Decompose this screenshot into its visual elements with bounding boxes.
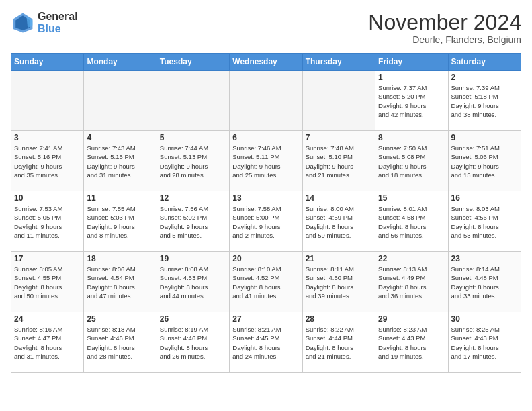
- table-row: [230, 71, 302, 131]
- day-info: Sunrise: 8:23 AM Sunset: 4:43 PM Dayligh…: [378, 325, 445, 361]
- calendar-week-row: 1Sunrise: 7:37 AM Sunset: 5:20 PM Daylig…: [11, 71, 521, 131]
- header-monday: Monday: [84, 54, 157, 71]
- logo-text: General Blue: [38, 11, 78, 34]
- day-number: 2: [451, 73, 518, 82]
- day-number: 25: [87, 314, 153, 324]
- table-row: 7Sunrise: 7:48 AM Sunset: 5:10 PM Daylig…: [302, 131, 375, 191]
- day-info: Sunrise: 7:53 AM Sunset: 5:05 PM Dayligh…: [14, 204, 81, 240]
- day-info: Sunrise: 7:51 AM Sunset: 5:06 PM Dayligh…: [451, 144, 518, 179]
- day-info: Sunrise: 8:11 AM Sunset: 4:50 PM Dayligh…: [306, 265, 372, 300]
- table-row: 29Sunrise: 8:23 AM Sunset: 4:43 PM Dayli…: [375, 312, 448, 373]
- table-row: [157, 71, 229, 131]
- day-info: Sunrise: 7:37 AM Sunset: 5:20 PM Dayligh…: [378, 83, 445, 119]
- day-info: Sunrise: 7:48 AM Sunset: 5:10 PM Dayligh…: [306, 144, 372, 179]
- day-number: 9: [451, 133, 518, 142]
- table-row: 17Sunrise: 8:05 AM Sunset: 4:55 PM Dayli…: [11, 252, 84, 312]
- table-row: 24Sunrise: 8:16 AM Sunset: 4:47 PM Dayli…: [11, 312, 84, 373]
- day-info: Sunrise: 8:21 AM Sunset: 4:45 PM Dayligh…: [232, 325, 299, 361]
- day-info: Sunrise: 7:58 AM Sunset: 5:00 PM Dayligh…: [232, 204, 299, 240]
- table-row: 18Sunrise: 8:06 AM Sunset: 4:54 PM Dayli…: [84, 252, 157, 312]
- day-number: 13: [232, 193, 299, 203]
- calendar-week-row: 17Sunrise: 8:05 AM Sunset: 4:55 PM Dayli…: [11, 252, 521, 312]
- calendar-week-row: 3Sunrise: 7:41 AM Sunset: 5:16 PM Daylig…: [11, 131, 521, 191]
- table-row: 19Sunrise: 8:08 AM Sunset: 4:53 PM Dayli…: [157, 252, 229, 312]
- day-number: 24: [14, 314, 81, 324]
- table-row: 1Sunrise: 7:37 AM Sunset: 5:20 PM Daylig…: [375, 71, 448, 131]
- day-number: 27: [232, 314, 299, 324]
- day-number: 3: [14, 133, 81, 142]
- day-info: Sunrise: 7:44 AM Sunset: 5:13 PM Dayligh…: [160, 144, 226, 179]
- table-row: 30Sunrise: 8:25 AM Sunset: 4:43 PM Dayli…: [448, 312, 521, 373]
- table-row: 12Sunrise: 7:56 AM Sunset: 5:02 PM Dayli…: [157, 191, 229, 252]
- day-info: Sunrise: 8:10 AM Sunset: 4:52 PM Dayligh…: [232, 265, 299, 300]
- header-saturday: Saturday: [448, 54, 521, 71]
- day-info: Sunrise: 7:50 AM Sunset: 5:08 PM Dayligh…: [378, 144, 445, 179]
- title-block: November 2024 Deurle, Flanders, Belgium: [368, 11, 521, 45]
- day-info: Sunrise: 8:22 AM Sunset: 4:44 PM Dayligh…: [306, 325, 372, 361]
- day-number: 1: [378, 73, 445, 82]
- table-row: 8Sunrise: 7:50 AM Sunset: 5:08 PM Daylig…: [375, 131, 448, 191]
- day-number: 29: [378, 314, 445, 324]
- table-row: 14Sunrise: 8:00 AM Sunset: 4:59 PM Dayli…: [302, 191, 375, 252]
- logo: General Blue: [11, 11, 78, 35]
- logo-icon: [11, 11, 35, 35]
- day-info: Sunrise: 8:25 AM Sunset: 4:43 PM Dayligh…: [451, 325, 518, 361]
- day-info: Sunrise: 7:39 AM Sunset: 5:18 PM Dayligh…: [451, 83, 518, 119]
- table-row: 26Sunrise: 8:19 AM Sunset: 4:46 PM Dayli…: [157, 312, 229, 373]
- table-row: 28Sunrise: 8:22 AM Sunset: 4:44 PM Dayli…: [302, 312, 375, 373]
- day-info: Sunrise: 7:46 AM Sunset: 5:11 PM Dayligh…: [232, 144, 299, 179]
- table-row: 27Sunrise: 8:21 AM Sunset: 4:45 PM Dayli…: [230, 312, 302, 373]
- day-number: 20: [232, 254, 299, 263]
- day-number: 14: [306, 193, 372, 203]
- logo-general-text: General: [38, 11, 78, 23]
- day-number: 15: [378, 193, 445, 203]
- day-info: Sunrise: 8:14 AM Sunset: 4:48 PM Dayligh…: [451, 265, 518, 300]
- day-info: Sunrise: 8:03 AM Sunset: 4:56 PM Dayligh…: [451, 204, 518, 240]
- page: General Blue November 2024 Deurle, Fland…: [0, 0, 532, 411]
- day-number: 18: [87, 254, 153, 263]
- day-number: 12: [160, 193, 226, 203]
- day-info: Sunrise: 8:01 AM Sunset: 4:58 PM Dayligh…: [378, 204, 445, 240]
- header-friday: Friday: [375, 54, 448, 71]
- day-info: Sunrise: 7:43 AM Sunset: 5:15 PM Dayligh…: [87, 144, 153, 179]
- day-info: Sunrise: 8:05 AM Sunset: 4:55 PM Dayligh…: [14, 265, 81, 300]
- day-info: Sunrise: 7:41 AM Sunset: 5:16 PM Dayligh…: [14, 144, 81, 179]
- table-row: 21Sunrise: 8:11 AM Sunset: 4:50 PM Dayli…: [302, 252, 375, 312]
- calendar-week-row: 24Sunrise: 8:16 AM Sunset: 4:47 PM Dayli…: [11, 312, 521, 373]
- header-sunday: Sunday: [11, 54, 84, 71]
- table-row: 20Sunrise: 8:10 AM Sunset: 4:52 PM Dayli…: [230, 252, 302, 312]
- day-number: 22: [378, 254, 445, 263]
- header-thursday: Thursday: [302, 54, 375, 71]
- table-row: 11Sunrise: 7:55 AM Sunset: 5:03 PM Dayli…: [84, 191, 157, 252]
- table-row: 22Sunrise: 8:13 AM Sunset: 4:49 PM Dayli…: [375, 252, 448, 312]
- calendar-week-row: 10Sunrise: 7:53 AM Sunset: 5:05 PM Dayli…: [11, 191, 521, 252]
- day-number: 17: [14, 254, 81, 263]
- day-info: Sunrise: 8:00 AM Sunset: 4:59 PM Dayligh…: [306, 204, 372, 240]
- table-row: 25Sunrise: 8:18 AM Sunset: 4:46 PM Dayli…: [84, 312, 157, 373]
- day-number: 23: [451, 254, 518, 263]
- day-number: 5: [160, 133, 226, 142]
- month-title: November 2024: [368, 11, 521, 34]
- table-row: [302, 71, 375, 131]
- day-number: 19: [160, 254, 226, 263]
- table-row: [11, 71, 84, 131]
- day-number: 30: [451, 314, 518, 324]
- header-tuesday: Tuesday: [157, 54, 229, 71]
- day-info: Sunrise: 8:18 AM Sunset: 4:46 PM Dayligh…: [87, 325, 153, 361]
- day-info: Sunrise: 8:08 AM Sunset: 4:53 PM Dayligh…: [160, 265, 226, 300]
- day-info: Sunrise: 7:56 AM Sunset: 5:02 PM Dayligh…: [160, 204, 226, 240]
- table-row: 16Sunrise: 8:03 AM Sunset: 4:56 PM Dayli…: [448, 191, 521, 252]
- day-number: 4: [87, 133, 153, 142]
- day-info: Sunrise: 7:55 AM Sunset: 5:03 PM Dayligh…: [87, 204, 153, 240]
- table-row: 6Sunrise: 7:46 AM Sunset: 5:11 PM Daylig…: [230, 131, 302, 191]
- day-number: 10: [14, 193, 81, 203]
- table-row: 9Sunrise: 7:51 AM Sunset: 5:06 PM Daylig…: [448, 131, 521, 191]
- table-row: 2Sunrise: 7:39 AM Sunset: 5:18 PM Daylig…: [448, 71, 521, 131]
- header-wednesday: Wednesday: [230, 54, 302, 71]
- table-row: 3Sunrise: 7:41 AM Sunset: 5:16 PM Daylig…: [11, 131, 84, 191]
- table-row: [84, 71, 157, 131]
- table-row: 4Sunrise: 7:43 AM Sunset: 5:15 PM Daylig…: [84, 131, 157, 191]
- table-row: 13Sunrise: 7:58 AM Sunset: 5:00 PM Dayli…: [230, 191, 302, 252]
- table-row: 23Sunrise: 8:14 AM Sunset: 4:48 PM Dayli…: [448, 252, 521, 312]
- day-number: 28: [306, 314, 372, 324]
